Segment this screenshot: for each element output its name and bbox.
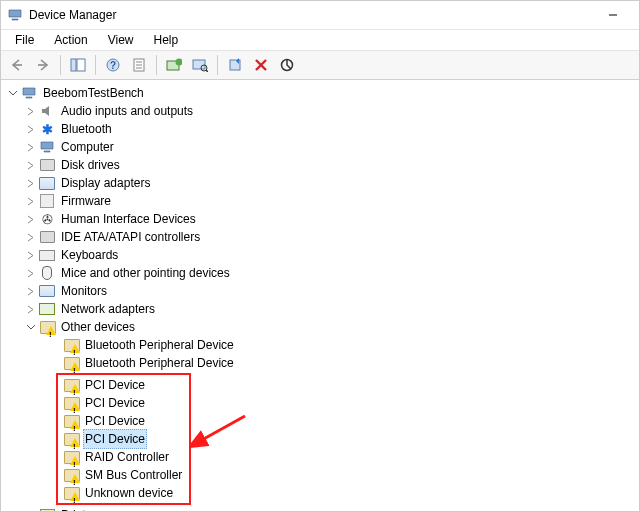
chevron-down-icon[interactable]: [23, 320, 37, 334]
chevron-right-icon[interactable]: [23, 508, 37, 511]
menu-file[interactable]: File: [5, 31, 44, 49]
device-label[interactable]: RAID Controller: [83, 448, 171, 466]
print-icon: [39, 507, 55, 511]
category-disk[interactable]: Disk drives: [5, 156, 639, 174]
toolbar-separator: [156, 55, 157, 75]
category-print[interactable]: Print queues: [5, 506, 639, 511]
mon-icon: [39, 283, 55, 299]
category-label[interactable]: Print queues: [59, 506, 130, 511]
device-item[interactable]: PCI Device: [58, 430, 189, 448]
menu-help[interactable]: Help: [144, 31, 189, 49]
chevron-right-icon[interactable]: [23, 104, 37, 118]
chevron-right-icon[interactable]: [23, 194, 37, 208]
chevron-right-icon[interactable]: [23, 266, 37, 280]
category-monitors[interactable]: Monitors: [5, 282, 639, 300]
warning-icon: [63, 485, 79, 501]
category-label[interactable]: Keyboards: [59, 246, 120, 264]
category-label[interactable]: Bluetooth: [59, 120, 114, 138]
toolbar-scan-hardware-button[interactable]: [188, 53, 212, 77]
category-label[interactable]: Audio inputs and outputs: [59, 102, 195, 120]
kb-icon: [39, 247, 55, 263]
category-bluetooth[interactable]: ✱Bluetooth: [5, 120, 639, 138]
toolbar-uninstall-button[interactable]: [249, 53, 273, 77]
chevron-right-icon[interactable]: [23, 248, 37, 262]
category-label[interactable]: Human Interface Devices: [59, 210, 198, 228]
toolbar-back-button: [5, 53, 29, 77]
device-label[interactable]: Bluetooth Peripheral Device: [83, 336, 236, 354]
category-label[interactable]: Network adapters: [59, 300, 157, 318]
category-firmware[interactable]: Firmware: [5, 192, 639, 210]
toolbar-forward-button: [31, 53, 55, 77]
warning-icon: [63, 395, 79, 411]
warning-icon: [63, 377, 79, 393]
root-label[interactable]: BeebomTestBench: [41, 84, 146, 102]
chevron-right-icon[interactable]: [23, 158, 37, 172]
device-item[interactable]: SM Bus Controller: [58, 466, 189, 484]
category-display[interactable]: Display adapters: [5, 174, 639, 192]
chevron-right-icon[interactable]: [23, 212, 37, 226]
category-label[interactable]: Other devices: [59, 318, 137, 336]
category-label[interactable]: Disk drives: [59, 156, 122, 174]
toolbar: ?: [1, 51, 639, 80]
mouse-icon: [39, 265, 55, 281]
minimize-button[interactable]: [593, 3, 633, 27]
device-label[interactable]: PCI Device: [83, 394, 147, 412]
toolbar-disable-button[interactable]: [275, 53, 299, 77]
toolbar-update-driver-button[interactable]: [162, 53, 186, 77]
device-label[interactable]: PCI Device: [83, 376, 147, 394]
device-item[interactable]: Unknown device: [58, 484, 189, 502]
annotation-arrow: [190, 413, 250, 456]
svg-line-15: [206, 70, 208, 72]
category-label[interactable]: IDE ATA/ATAPI controllers: [59, 228, 202, 246]
chevron-right-icon[interactable]: [23, 140, 37, 154]
chevron-right-icon[interactable]: [23, 230, 37, 244]
menubar: File Action View Help: [1, 30, 639, 51]
menu-action[interactable]: Action: [44, 31, 97, 49]
device-label[interactable]: SM Bus Controller: [83, 466, 184, 484]
category-label[interactable]: Monitors: [59, 282, 109, 300]
tree-root[interactable]: BeebomTestBench: [5, 84, 639, 102]
sq-icon: [39, 175, 55, 191]
category-ide[interactable]: IDE ATA/ATAPI controllers: [5, 228, 639, 246]
device-item[interactable]: Bluetooth Peripheral Device: [5, 354, 639, 372]
category-label[interactable]: Firmware: [59, 192, 113, 210]
category-computer[interactable]: Computer: [5, 138, 639, 156]
category-label[interactable]: Display adapters: [59, 174, 152, 192]
category-mice[interactable]: Mice and other pointing devices: [5, 264, 639, 282]
category-audio[interactable]: Audio inputs and outputs: [5, 102, 639, 120]
category-hid[interactable]: ✇Human Interface Devices: [5, 210, 639, 228]
category-other[interactable]: Other devices: [5, 318, 639, 336]
svg-rect-3: [71, 59, 76, 71]
device-item[interactable]: PCI Device: [58, 376, 189, 394]
fw-icon: [39, 193, 55, 209]
category-label[interactable]: Mice and other pointing devices: [59, 264, 232, 282]
svg-text:?: ?: [110, 60, 116, 71]
device-item[interactable]: PCI Device: [58, 394, 189, 412]
chevron-right-icon[interactable]: [23, 302, 37, 316]
menu-view[interactable]: View: [98, 31, 144, 49]
device-tree[interactable]: BeebomTestBench Audio inputs and outputs…: [1, 80, 639, 511]
chevron-right-icon[interactable]: [23, 284, 37, 298]
chevron-right-icon[interactable]: [23, 122, 37, 136]
device-label[interactable]: PCI Device: [83, 429, 147, 449]
device-item[interactable]: RAID Controller: [58, 448, 189, 466]
warning-icon: [63, 449, 79, 465]
chevron-down-icon[interactable]: [5, 86, 19, 100]
toolbar-help-button[interactable]: ?: [101, 53, 125, 77]
category-label[interactable]: Computer: [59, 138, 116, 156]
toolbar-add-legacy-button[interactable]: [223, 53, 247, 77]
chevron-right-icon[interactable]: [23, 176, 37, 190]
device-item[interactable]: Bluetooth Peripheral Device: [5, 336, 639, 354]
annotation-box: PCI DevicePCI DevicePCI DevicePCI Device…: [56, 373, 191, 505]
titlebar: Device Manager: [1, 1, 639, 30]
category-keyboards[interactable]: Keyboards: [5, 246, 639, 264]
category-network[interactable]: Network adapters: [5, 300, 639, 318]
device-label[interactable]: Bluetooth Peripheral Device: [83, 354, 236, 372]
warning-icon: [63, 355, 79, 371]
device-label[interactable]: Unknown device: [83, 484, 175, 502]
device-label[interactable]: PCI Device: [83, 412, 147, 430]
device-item[interactable]: PCI Device: [58, 412, 189, 430]
toolbar-properties-button[interactable]: [127, 53, 151, 77]
toolbar-show-hide-tree-button[interactable]: [66, 53, 90, 77]
disk-icon: [39, 157, 55, 173]
